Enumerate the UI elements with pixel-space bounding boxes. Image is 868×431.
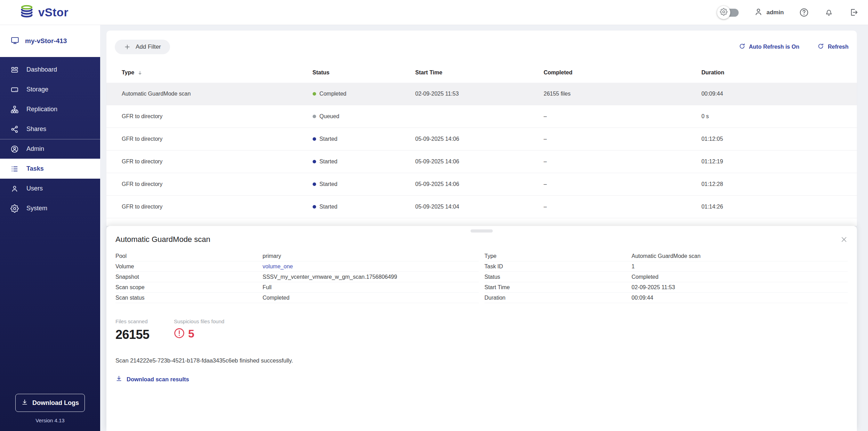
detail-title: Automatic GuardMode scan xyxy=(115,235,210,244)
field-label: Volume xyxy=(115,263,263,270)
field-label: Scan scope xyxy=(115,284,263,291)
logout-icon[interactable] xyxy=(849,8,858,17)
field-label: Status xyxy=(484,274,632,280)
field-value: primary xyxy=(263,253,281,259)
detail-fields-right: TypeAutomatic GuardMode scanTask ID1Stat… xyxy=(484,251,848,303)
detail-field: Volumevolume_one xyxy=(115,261,479,272)
status-dot xyxy=(313,182,316,186)
status-label: Started xyxy=(320,158,338,165)
cell-type: GFR to directory xyxy=(115,158,306,165)
sidebar-item-admin[interactable]: Admin xyxy=(0,139,100,159)
detail-fields-left: PoolprimaryVolumevolume_oneSnapshotSSSV_… xyxy=(115,251,479,303)
cell-status: Started xyxy=(306,158,408,165)
table-row[interactable]: GFR to directoryStarted05-09-2025 14:06–… xyxy=(106,173,857,196)
status-label: Completed xyxy=(320,91,346,97)
sidebar-item-users[interactable]: Users xyxy=(0,179,100,198)
sidebar-item-dashboard[interactable]: Dashboard xyxy=(0,60,100,80)
status-label: Started xyxy=(320,181,338,187)
storage-icon xyxy=(10,86,19,94)
status-dot xyxy=(313,92,316,96)
dashboard-icon xyxy=(10,66,19,74)
sidebar-item-label: System xyxy=(26,205,47,212)
detail-field: Poolprimary xyxy=(115,251,479,261)
column-header-duration[interactable]: Duration xyxy=(694,70,849,76)
status-dot xyxy=(313,115,316,118)
cell-duration: 0 s xyxy=(694,113,849,120)
table-row[interactable]: Automatic GuardMode scanCompleted02-09-2… xyxy=(106,83,857,105)
refresh-button[interactable]: Refresh xyxy=(817,43,849,51)
server-selector[interactable]: my-vStor-413 xyxy=(0,25,100,57)
field-value: Completed xyxy=(263,295,289,301)
column-header-type[interactable]: Type xyxy=(115,70,306,76)
download-scan-results-label: Download scan results xyxy=(127,376,189,383)
cell-completed: – xyxy=(537,158,694,165)
cell-completed: – xyxy=(537,113,694,120)
sidebar-item-system[interactable]: System xyxy=(0,198,100,218)
cell-duration: 01:12:19 xyxy=(694,158,849,165)
cell-duration: 01:14:26 xyxy=(694,204,849,210)
auto-refresh-toggle[interactable]: Auto Refresh is On xyxy=(739,43,799,51)
table-row[interactable]: GFR to directoryStarted05-09-2025 14:04–… xyxy=(106,196,857,218)
status-dot xyxy=(313,205,316,209)
cell-duration: 01:12:28 xyxy=(694,181,849,187)
download-logs-button[interactable]: Download Logs xyxy=(15,394,85,412)
help-icon[interactable] xyxy=(799,8,809,17)
sidebar-item-storage[interactable]: Storage xyxy=(0,80,100,99)
version-label: Version 4.13 xyxy=(35,417,64,423)
cell-status: Started xyxy=(306,204,408,210)
add-filter-button[interactable]: Add Filter xyxy=(115,40,170,54)
field-value-link[interactable]: volume_one xyxy=(263,263,293,270)
download-icon xyxy=(115,375,122,383)
detail-field: Start Time02-09-2025 11:53 xyxy=(484,282,848,293)
column-header-status[interactable]: Status xyxy=(306,70,408,76)
detail-field: Scan scopeFull xyxy=(115,282,479,293)
refresh-icon xyxy=(817,43,824,51)
cell-duration: 01:12:05 xyxy=(694,136,849,142)
field-value: 02-09-2025 11:53 xyxy=(632,284,675,291)
sidebar-item-replication[interactable]: Replication xyxy=(0,99,100,119)
sidebar-item-label: Admin xyxy=(26,145,44,153)
column-header-start-time[interactable]: Start Time xyxy=(408,70,537,76)
sidebar-item-tasks[interactable]: Tasks xyxy=(0,159,100,179)
auto-refresh-icon xyxy=(739,43,746,51)
panel-drag-handle[interactable] xyxy=(471,229,493,233)
table-row[interactable]: GFR to directoryQueued–0 s xyxy=(106,105,857,128)
notifications-bell-icon[interactable] xyxy=(824,8,834,17)
app-root: vStor admin my-vStor-413 Da xyxy=(0,0,868,431)
field-label: Start Time xyxy=(484,284,632,291)
tasks-icon xyxy=(10,165,19,173)
sidebar-item-shares[interactable]: Shares xyxy=(0,119,100,139)
sidebar-nav: DashboardStorageReplicationSharesAdminTa… xyxy=(0,57,100,218)
cell-type: GFR to directory xyxy=(115,113,306,120)
close-icon[interactable] xyxy=(840,236,848,243)
detail-field: SnapshotSSSV_my_vcenter_vmware_w_gm_scan… xyxy=(115,272,479,282)
cell-start-time: 02-09-2025 11:53 xyxy=(408,91,537,97)
user-icon xyxy=(10,185,19,193)
sidebar-item-label: Users xyxy=(26,185,43,192)
auto-refresh-label: Auto Refresh is On xyxy=(749,44,799,50)
download-scan-results-link[interactable]: Download scan results xyxy=(115,375,189,383)
cell-type: GFR to directory xyxy=(115,136,306,142)
username: admin xyxy=(766,9,784,16)
status-label: Started xyxy=(320,204,338,210)
table-row[interactable]: GFR to directoryStarted05-09-2025 14:06–… xyxy=(106,151,857,173)
task-detail-panel: Automatic GuardMode scan PoolprimaryVolu… xyxy=(106,226,857,431)
table-row[interactable]: GFR to directoryStarted05-09-2025 14:06–… xyxy=(106,128,857,151)
cell-completed: – xyxy=(537,181,694,187)
gear-icon xyxy=(10,204,19,213)
sidebar-item-label: Storage xyxy=(26,86,48,93)
cell-type: GFR to directory xyxy=(115,204,306,210)
detail-field: StatusCompleted xyxy=(484,272,848,282)
theme-toggle[interactable] xyxy=(717,6,739,19)
user-menu[interactable]: admin xyxy=(754,7,784,18)
main-content: Add Filter Auto Refresh is On Refresh Ty xyxy=(100,25,868,431)
column-header-completed[interactable]: Completed xyxy=(537,70,694,76)
server-name: my-vStor-413 xyxy=(25,37,67,45)
cell-type: GFR to directory xyxy=(115,181,306,187)
cell-completed: 26155 files xyxy=(537,91,694,97)
suspicious-files-stat: Suspicious files found 5 xyxy=(174,318,224,342)
detail-field: Duration00:09:44 xyxy=(484,293,848,303)
suspicious-files-label: Suspicious files found xyxy=(174,318,224,324)
download-icon xyxy=(21,399,28,407)
monitor-icon xyxy=(10,36,19,46)
